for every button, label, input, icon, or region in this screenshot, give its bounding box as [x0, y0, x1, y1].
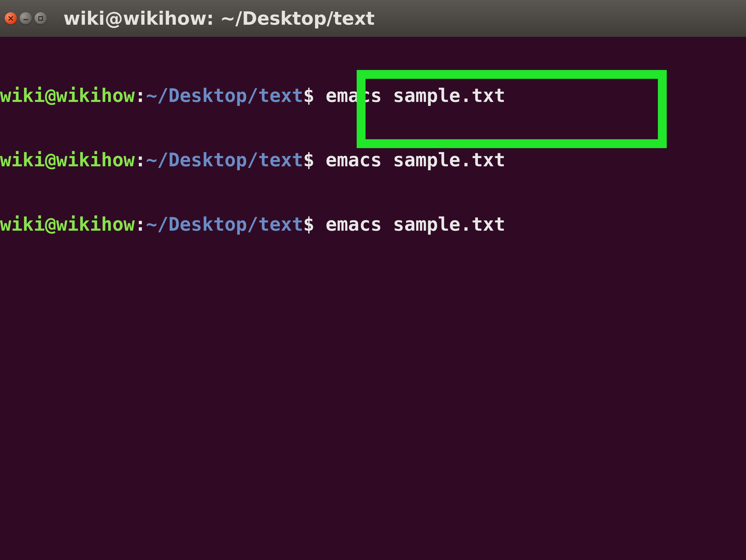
command-text: emacs sample.txt [314, 149, 506, 171]
prompt-colon: : [135, 149, 146, 171]
prompt-symbol: $ [303, 85, 314, 106]
prompt-user: wiki@wikihow [0, 149, 135, 171]
terminal-line: wiki@wikihow:~/Desktop/text$ emacs sampl… [0, 149, 746, 171]
window-title: wiki@wikihow: ~/Desktop/text [63, 8, 375, 29]
prompt-user: wiki@wikihow [0, 214, 135, 235]
command-text: emacs sample.txt [314, 214, 506, 235]
prompt-user: wiki@wikihow [0, 85, 135, 106]
minimize-icon[interactable] [20, 12, 32, 25]
terminal-line: wiki@wikihow:~/Desktop/text$ emacs sampl… [0, 85, 746, 106]
command-text: emacs sample.txt [314, 85, 506, 106]
titlebar[interactable]: wiki@wikihow: ~/Desktop/text [0, 0, 746, 37]
prompt-path: ~/Desktop/text [146, 85, 303, 106]
highlight-box [357, 70, 667, 148]
close-icon[interactable] [5, 12, 17, 25]
terminal-line: wiki@wikihow:~/Desktop/text$ emacs sampl… [0, 214, 746, 235]
prompt-colon: : [135, 214, 146, 235]
prompt-symbol: $ [303, 214, 314, 235]
prompt-path: ~/Desktop/text [146, 149, 303, 171]
svg-rect-0 [39, 17, 42, 20]
terminal-area[interactable]: wiki@wikihow:~/Desktop/text$ emacs sampl… [0, 37, 746, 560]
prompt-colon: : [135, 85, 146, 106]
prompt-symbol: $ [303, 149, 314, 171]
terminal-window: wiki@wikihow: ~/Desktop/text wiki@wikiho… [0, 0, 746, 560]
maximize-icon[interactable] [34, 12, 47, 25]
prompt-path: ~/Desktop/text [146, 214, 303, 235]
